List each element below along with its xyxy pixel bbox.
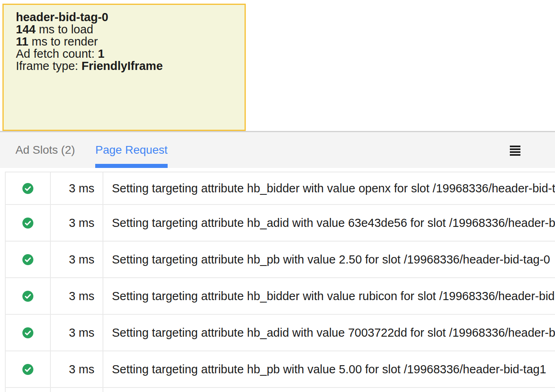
info-line-load-time: 144 ms to load xyxy=(16,23,232,35)
ad-slot-info-box: header-bid-tag-0 144 ms to load 11 ms to… xyxy=(2,4,246,131)
message-cell: Setting targeting attribute hb_pb with v… xyxy=(103,242,555,277)
tab-list: Ad Slots (2) Page Request xyxy=(0,132,555,168)
time-cell: 3 ms xyxy=(51,278,103,314)
log-row: 3 ms Setting targeting attribute hb_pb w… xyxy=(6,351,555,388)
status-cell xyxy=(6,205,51,241)
status-cell xyxy=(6,172,51,204)
success-check-icon xyxy=(22,364,33,375)
console-menu-button[interactable] xyxy=(510,146,520,156)
tab-page-request-label: Page Request xyxy=(95,144,167,157)
message-cell: Setting targeting attribute hb_adid with… xyxy=(103,315,555,351)
tab-ad-slots-label: Ad Slots (2) xyxy=(15,144,75,157)
status-cell xyxy=(6,351,51,387)
log-row: 3 ms Setting targeting attribute hb_pb w… xyxy=(6,242,555,278)
status-cell xyxy=(6,315,51,351)
status-cell xyxy=(6,278,51,314)
message-cell: Setting targeting attribute hb_bidder wi… xyxy=(103,278,555,314)
info-line-slot-name: header-bid-tag-0 xyxy=(16,11,232,23)
success-check-icon xyxy=(22,291,33,302)
log-row: 3 ms Setting targeting attribute hb_adid… xyxy=(6,205,555,242)
hamburger-icon xyxy=(510,146,520,147)
tab-page-request[interactable]: Page Request xyxy=(95,132,167,168)
time-cell: 3 ms xyxy=(51,351,103,387)
success-check-icon xyxy=(22,183,33,194)
success-check-icon xyxy=(22,218,33,229)
log-row: 3 ms Setting targeting attribute hb_adid… xyxy=(6,315,555,351)
active-tab-underline xyxy=(95,164,167,168)
log-row-partial xyxy=(6,388,555,392)
message-cell: Setting targeting attribute hb_bidder wi… xyxy=(103,172,555,204)
page-request-log-table: 3 ms Setting targeting attribute hb_bidd… xyxy=(5,172,555,392)
success-check-icon xyxy=(22,254,33,265)
status-cell xyxy=(6,242,51,277)
message-cell xyxy=(103,388,555,392)
time-cell: 3 ms xyxy=(51,242,103,277)
time-cell: 3 ms xyxy=(51,205,103,241)
info-line-fetch-count: Ad fetch count: 1 xyxy=(16,48,232,60)
log-row: 3 ms Setting targeting attribute hb_bidd… xyxy=(6,172,555,205)
log-row: 3 ms Setting targeting attribute hb_bidd… xyxy=(6,278,555,315)
time-cell: 3 ms xyxy=(51,315,103,351)
message-cell: Setting targeting attribute hb_adid with… xyxy=(103,205,555,241)
message-cell: Setting targeting attribute hb_pb with v… xyxy=(103,351,555,387)
tab-ad-slots[interactable]: Ad Slots (2) xyxy=(15,132,75,168)
success-check-icon xyxy=(22,327,33,338)
time-cell xyxy=(51,388,103,392)
info-line-render-time: 11 ms to render xyxy=(16,35,232,48)
time-cell: 3 ms xyxy=(51,172,103,204)
console-tab-bar: Ad Slots (2) Page Request xyxy=(0,131,555,168)
status-cell xyxy=(6,388,51,392)
info-line-iframe-type: Iframe type: FriendlyIframe xyxy=(16,60,232,72)
